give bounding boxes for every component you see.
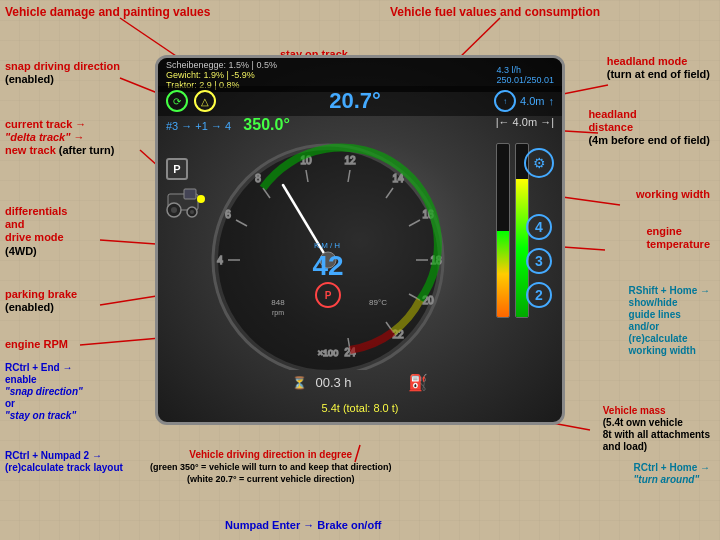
heading-display: 20.7° [216, 90, 494, 112]
temp-bar-fill [497, 231, 509, 318]
svg-text:12: 12 [344, 155, 356, 166]
label-engine-rpm: engine RPM [5, 338, 68, 351]
temp-bar [496, 143, 510, 318]
track-width-row: |← 4.0m →| [496, 116, 554, 128]
fuel-icon: ⛽ [408, 373, 428, 392]
label-rctrl-home: RCtrl + Home →"turn around" [634, 462, 710, 486]
svg-rect-53 [184, 189, 196, 199]
hourglass-icon: ⏳ [292, 376, 307, 390]
gear-icon: ⚙ [524, 148, 554, 178]
right-side-panel: ⚙ 4 3 2 [524, 148, 554, 308]
mass-display: 5.4t (total: 8.0 t) [321, 402, 398, 414]
label-vehicle-mass: Vehicle mass(5.4t own vehicle8t with all… [603, 405, 710, 453]
label-vehicle-direction: Vehicle driving direction in degree (gre… [150, 449, 391, 485]
svg-text:42: 42 [312, 250, 343, 281]
timer-display: 00.3 h [315, 375, 351, 390]
svg-text:P: P [325, 290, 332, 301]
label-rctrl-numpad: RCtrl + Numpad 2 →(re)calculate track la… [5, 450, 123, 474]
gear-4-badge: 4 [526, 214, 552, 240]
label-current-track: current track →"delta track" →new track … [5, 118, 114, 158]
label-vehicle-damage: Vehicle damage and painting values [5, 5, 210, 19]
width-icon: ↑ [494, 90, 516, 112]
svg-point-52 [190, 210, 194, 214]
tractor-icon [166, 184, 208, 219]
heading-blue: 20.7° [216, 90, 494, 112]
track-right: ↑ 4.0m ↑ [494, 90, 554, 112]
label-parking-brake: parking brake(enabled) [5, 288, 77, 314]
left-side-panel: P [166, 158, 211, 223]
label-vehicle-fuel: Vehicle fuel values and consumption [390, 5, 600, 19]
svg-text:KM/H: KM/H [314, 241, 342, 250]
width-up-arrow: ↑ [549, 95, 555, 107]
label-rshift-home: RShift + Home →show/hideguide linesand/o… [629, 285, 710, 357]
svg-text:4: 4 [217, 255, 223, 266]
dashboard: Scheibenegge: 1.5% | 0.5% Gewicht: 1.9% … [155, 55, 565, 425]
track-icons: ⟳ △ [166, 90, 216, 112]
width-value: 4.0m [520, 95, 544, 107]
svg-text:rpm: rpm [272, 309, 284, 317]
label-differentials: differentialsanddrive mode(4WD) [5, 205, 67, 258]
svg-text:6: 6 [225, 209, 231, 220]
bottom-bar: ⏳ 00.3 h ⛽ [158, 373, 562, 392]
svg-text:8: 8 [255, 173, 261, 184]
label-working-width: working width [636, 188, 710, 201]
parking-indicator: P [166, 158, 188, 180]
svg-point-50 [171, 207, 177, 213]
svg-text:848: 848 [271, 298, 285, 307]
svg-text:89°C: 89°C [369, 298, 387, 307]
label-headland-mode: headland mode(turn at end of field) [607, 55, 710, 81]
svg-text:14: 14 [392, 173, 404, 184]
track-icon: △ [194, 90, 216, 112]
label-rctrl-end: RCtrl + End →enable"snap direction"or"st… [5, 362, 83, 422]
tacho-svg: 4 6 8 10 12 14 16 [198, 130, 458, 370]
fuel-info: 4.3 l/h 250.01/250.01 [496, 65, 554, 85]
label-engine-temp: enginetemperature [646, 225, 710, 251]
width-arrows: |← 4.0m →| [496, 116, 554, 128]
track-info-row: ⟳ △ 20.7° ↑ 4.0m ↑ [158, 86, 562, 116]
gear-2-badge: 2 [526, 282, 552, 308]
label-snap-driving: snap driving direction(enabled) [5, 60, 120, 86]
label-numpad-enter: Numpad Enter → Brake on/off [225, 519, 381, 532]
svg-text:×100: ×100 [318, 348, 338, 358]
svg-point-54 [197, 195, 205, 203]
tachometer: 4 6 8 10 12 14 16 [198, 130, 458, 370]
snap-icon: ⟳ [166, 90, 188, 112]
label-headland-distance: headlanddistance(4m before end of field) [588, 108, 710, 148]
gear-3-badge: 3 [526, 248, 552, 274]
